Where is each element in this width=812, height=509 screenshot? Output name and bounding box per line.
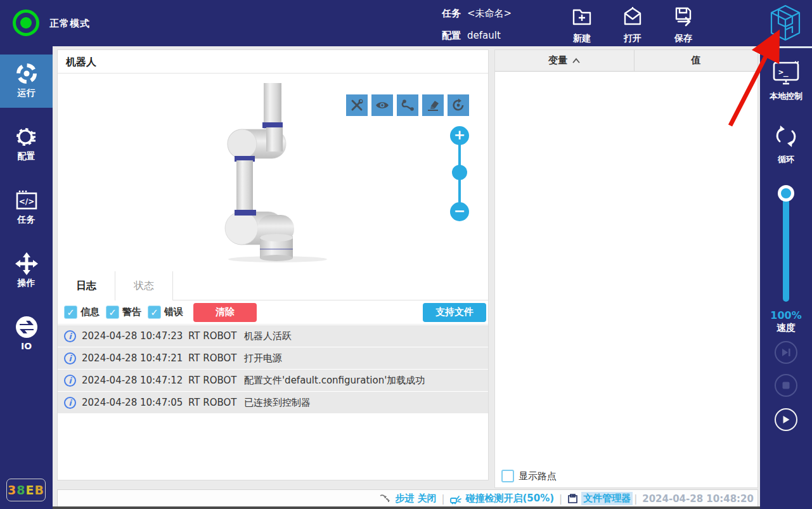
sidebar-item-config[interactable]: 配置: [0, 118, 53, 171]
config-gear-icon: [14, 124, 39, 150]
log-message: 打开电源: [244, 352, 488, 364]
svg-text:>_: >_: [778, 67, 789, 77]
step-mode-status[interactable]: 步进 关闭: [379, 493, 436, 505]
log-row[interactable]: i 2024-04-28 10:47:23 RT ROBOT 机器人活跃: [58, 325, 488, 347]
filter-warning-label: 警告: [122, 306, 141, 318]
variable-column-label: 变量: [548, 55, 567, 67]
mode-label: 正常模式: [49, 18, 90, 30]
tab-log[interactable]: 日志: [58, 271, 115, 300]
sidebar-item-label: 配置: [0, 151, 53, 162]
checkbox-unchecked-icon: [501, 470, 514, 482]
filter-error-label: 错误: [164, 306, 183, 318]
local-control-terminal-icon: >_: [771, 61, 801, 86]
log-row[interactable]: i 2024-04-28 10:47:05 RT ROBOT 已连接到控制器: [58, 392, 488, 413]
stop-button[interactable]: [775, 374, 797, 397]
status-bar: 步进 关闭 | 碰撞检测开启(50%) | 文件管理器 | 2024-04-28…: [57, 489, 758, 508]
log-source: RT ROBOT: [188, 330, 244, 342]
sidebar-item-label: 运行: [0, 87, 53, 99]
log-message: 配置文件'default.configuration'加载成功: [244, 375, 488, 387]
badge-char: 8: [16, 483, 25, 497]
sidebar-item-run[interactable]: 运行: [0, 55, 53, 108]
show-waypoints-checkbox[interactable]: 显示路点: [501, 470, 557, 482]
sidebar-item-label: IO: [0, 341, 53, 351]
checkbox-checked-icon: ✓: [64, 306, 77, 319]
reset-view-button[interactable]: [448, 94, 469, 116]
log-list: i 2024-04-28 10:47:23 RT ROBOT 机器人活跃 i 2…: [58, 325, 488, 414]
variable-column-header[interactable]: 变量: [495, 50, 635, 71]
clear-log-button[interactable]: 清除: [193, 303, 257, 322]
session-code-badge: 38EB: [6, 479, 46, 501]
log-time: 2024-04-28 10:47:21: [82, 352, 188, 364]
tools-button[interactable]: [346, 94, 368, 116]
checkbox-checked-icon: ✓: [148, 306, 161, 319]
eraser-button[interactable]: [422, 94, 444, 116]
loop-button[interactable]: 循环: [760, 123, 812, 165]
status-timestamp: 2024-04-28 10:48:20: [642, 493, 754, 505]
show-waypoints-label: 显示路点: [519, 470, 557, 482]
step-mode-label: 步进 关闭: [395, 493, 436, 505]
log-status-tabs: 日志 状态: [58, 271, 488, 300]
badge-char: E: [26, 483, 35, 497]
file-manager-icon: [567, 493, 578, 504]
step-forward-button[interactable]: [775, 341, 797, 364]
sidebar-item-label: 操作: [0, 278, 53, 289]
path-button[interactable]: [397, 94, 418, 116]
save-task-button[interactable]: 保存: [663, 5, 704, 44]
log-message: 机器人活跃: [244, 330, 488, 342]
rotate-icon: [451, 98, 466, 113]
zoom-slider-thumb[interactable]: [452, 165, 467, 180]
filter-info-checkbox[interactable]: ✓ 信息: [64, 306, 100, 319]
eraser-icon: [425, 98, 441, 113]
filter-error-checkbox[interactable]: ✓ 错误: [148, 306, 183, 319]
open-task-label: 打开: [612, 33, 653, 44]
separator: |: [559, 493, 562, 505]
value-column-label: 值: [692, 55, 701, 67]
step-mode-icon: [379, 493, 392, 505]
config-value: default: [467, 30, 501, 41]
save-icon: [672, 5, 695, 28]
robot-arm-image: [219, 83, 359, 264]
new-task-button[interactable]: 新建: [562, 5, 602, 44]
log-message: 已连接到控制器: [244, 397, 488, 409]
sidebar-item-io[interactable]: IO: [0, 308, 53, 361]
robot-3d-view[interactable]: + −: [58, 74, 488, 267]
speed-slider-thumb[interactable]: [778, 185, 794, 202]
log-row[interactable]: i 2024-04-28 10:47:12 RT ROBOT 配置文件'defa…: [58, 370, 488, 391]
right-sidebar: >_ 本地控制 循环 100% 速度: [760, 46, 812, 509]
collision-detection-label: 碰撞检测开启(50%): [465, 493, 554, 505]
local-control-button[interactable]: >_ 本地控制: [760, 61, 812, 102]
visibility-button[interactable]: [371, 94, 393, 116]
log-source: RT ROBOT: [188, 375, 244, 386]
sidebar-item-operate[interactable]: 操作: [0, 245, 53, 298]
speed-percent: 100%: [760, 309, 812, 321]
info-icon: i: [64, 352, 76, 364]
info-icon: i: [64, 375, 76, 387]
zoom-out-button[interactable]: −: [450, 202, 469, 221]
cube-logo-icon[interactable]: [768, 4, 802, 42]
play-icon: [781, 415, 791, 425]
tab-status[interactable]: 状态: [115, 271, 173, 300]
log-filter-row: ✓ 信息 ✓ 警告 ✓ 错误 清除 支持文件: [58, 300, 488, 325]
filter-warning-checkbox[interactable]: ✓ 警告: [106, 306, 141, 319]
value-column-header[interactable]: 值: [635, 50, 757, 71]
sidebar-item-label: 任务: [0, 214, 53, 226]
status-normal-indicator-icon: [13, 10, 39, 36]
log-row[interactable]: i 2024-04-28 10:47:21 RT ROBOT 打开电源: [58, 347, 488, 369]
file-manager-button[interactable]: 文件管理器: [567, 492, 633, 505]
separator: |: [634, 493, 637, 505]
sidebar-item-task[interactable]: </> 任务: [0, 181, 53, 235]
task-code-icon: </>: [14, 188, 39, 213]
play-button[interactable]: [775, 408, 797, 431]
window-bottom-edge: [53, 506, 760, 509]
checkbox-checked-icon: ✓: [106, 306, 119, 319]
stop-icon: [782, 381, 790, 390]
config-info: 配置default: [442, 30, 501, 42]
collision-detection-status[interactable]: 碰撞检测开启(50%): [449, 493, 554, 505]
open-task-button[interactable]: 打开: [612, 5, 653, 44]
new-folder-icon: [570, 5, 593, 28]
path-icon: [400, 98, 415, 113]
zoom-in-button[interactable]: +: [450, 126, 469, 145]
support-file-button[interactable]: 支持文件: [423, 303, 486, 322]
step-forward-icon: [781, 347, 791, 358]
speed-slider-track[interactable]: [783, 189, 789, 302]
